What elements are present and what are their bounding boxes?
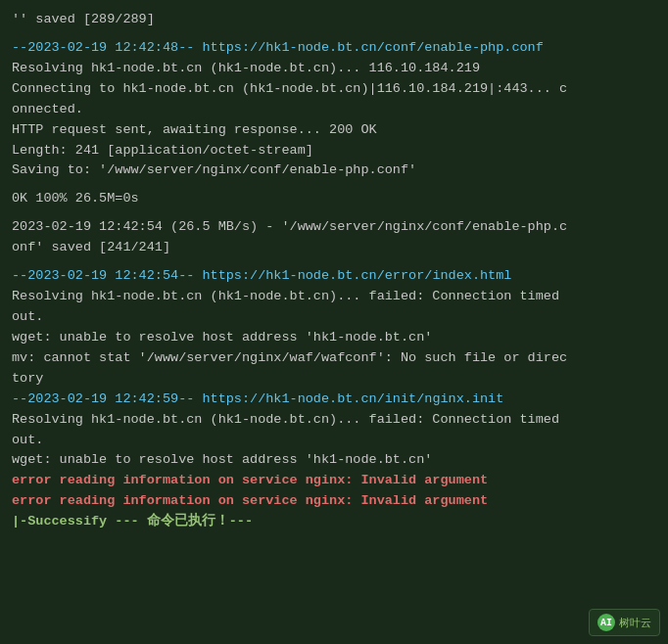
url-part: https://hk1-node.bt.cn/conf/enable-php.c… bbox=[202, 40, 543, 55]
terminal-line: error reading information on service ngi… bbox=[12, 471, 656, 491]
terminal-line: tory bbox=[12, 369, 656, 390]
watermark-text: 树叶云 bbox=[619, 616, 651, 630]
terminal-line: Resolving hk1-node.bt.cn (hk1-node.bt.cn… bbox=[12, 287, 656, 307]
terminal-line: out. bbox=[12, 431, 656, 451]
terminal-line: --2023-02-19 12:42:48-- https://hk1-node… bbox=[12, 38, 656, 59]
terminal-content: '' saved [289/289]--2023-02-19 12:42:48-… bbox=[12, 10, 656, 532]
terminal-line: 2023-02-19 12:42:54 (26.5 MB/s) - '/www/… bbox=[12, 217, 656, 238]
url-part: https://hk1-node.bt.cn/error/index.html bbox=[202, 268, 511, 283]
watermark: AI 树叶云 bbox=[589, 609, 660, 636]
timestamp-part: --2023-02-19 12:42:59-- bbox=[12, 391, 202, 406]
terminal-line: Resolving hk1-node.bt.cn (hk1-node.bt.cn… bbox=[12, 59, 656, 79]
terminal-line: onnected. bbox=[12, 100, 656, 120]
terminal-line: Connecting to hk1-node.bt.cn (hk1-node.b… bbox=[12, 79, 656, 100]
terminal-line: --2023-02-19 12:42:54-- https://hk1-node… bbox=[12, 266, 656, 287]
terminal-spacer bbox=[12, 181, 656, 189]
terminal-line: Length: 241 [application/octet-stream] bbox=[12, 141, 656, 161]
watermark-icon: AI bbox=[597, 614, 615, 631]
terminal-line: '' saved [289/289] bbox=[12, 10, 656, 30]
timestamp-part: --2023-02-19 12:42:54-- bbox=[12, 268, 202, 283]
timestamp-part: --2023-02-19 12:42:48-- bbox=[12, 40, 202, 55]
terminal-line: error reading information on service ngi… bbox=[12, 491, 656, 512]
terminal-spacer bbox=[12, 258, 656, 266]
terminal-line: HTTP request sent, awaiting response... … bbox=[12, 120, 656, 141]
terminal-line: onf' saved [241/241] bbox=[12, 238, 656, 258]
terminal-line: out. bbox=[12, 307, 656, 328]
terminal-spacer bbox=[12, 209, 656, 217]
terminal-window: '' saved [289/289]--2023-02-19 12:42:48-… bbox=[0, 0, 668, 644]
terminal-line: Resolving hk1-node.bt.cn (hk1-node.bt.cn… bbox=[12, 410, 656, 431]
terminal-line: |-Successify --- 命令已执行！--- bbox=[12, 512, 656, 532]
terminal-line: 0K 100% 26.5M=0s bbox=[12, 189, 656, 209]
terminal-line: Saving to: '/www/server/nginx/conf/enabl… bbox=[12, 161, 656, 181]
terminal-line: mv: cannot stat '/www/server/nginx/waf/w… bbox=[12, 348, 656, 369]
terminal-spacer bbox=[12, 30, 656, 38]
terminal-line: wget: unable to resolve host address 'hk… bbox=[12, 328, 656, 348]
terminal-line: wget: unable to resolve host address 'hk… bbox=[12, 450, 656, 471]
terminal-line: --2023-02-19 12:42:59-- https://hk1-node… bbox=[12, 390, 656, 410]
url-part: https://hk1-node.bt.cn/init/nginx.init bbox=[202, 391, 503, 406]
